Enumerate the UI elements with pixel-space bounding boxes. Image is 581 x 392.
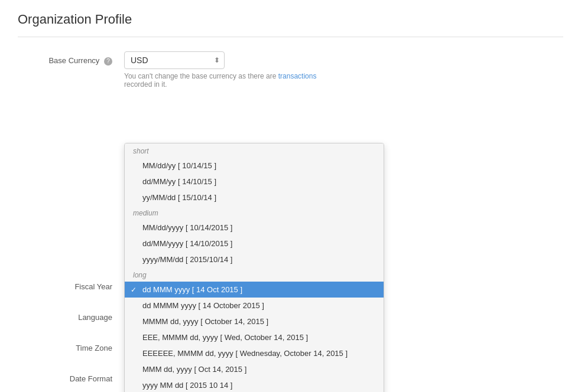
dropdown-item-mmddyyyy[interactable]: MM/dd/yyyy [ 10/14/2015 ]	[125, 220, 384, 236]
base-currency-help-text: You can't change the base currency as th…	[124, 72, 563, 89]
checkmark-icon: ✓	[131, 286, 137, 294]
transactions-link[interactable]: transactions	[278, 72, 317, 80]
group-label-short: short	[125, 143, 384, 158]
page-container: Organization Profile Base Currency ? USD…	[0, 0, 581, 392]
dropdown-item-yyyymmdd2[interactable]: yyyy MM dd [ 2015 10 14 ]	[125, 377, 384, 392]
base-currency-label: Base Currency ?	[18, 51, 124, 66]
date-format-label: Date Format	[18, 370, 124, 383]
fiscal-year-label: Fiscal Year	[18, 277, 124, 291]
date-format-dropdown: short MM/dd/yy [ 10/14/15 ] dd/MM/yy [ 1…	[124, 143, 384, 392]
page-title: Organization Profile	[18, 12, 563, 37]
base-currency-row: Base Currency ? USD ⬍ You can't change t…	[18, 51, 563, 89]
base-currency-select[interactable]: USD	[124, 51, 225, 69]
dropdown-item-yymmdd[interactable]: yy/MM/dd [ 15/10/14 ]	[125, 190, 384, 205]
dropdown-item-mmmmddyyyy[interactable]: MMMM dd, yyyy [ October 14, 2015 ]	[125, 313, 384, 329]
base-currency-select-wrapper: USD ⬍	[124, 51, 225, 69]
group-label-long: long	[125, 267, 384, 282]
dropdown-item-eeeeee-mmmmddyyyy[interactable]: EEEEEE, MMMM dd, yyyy [ Wednesday, Octob…	[125, 345, 384, 361]
language-label: Language	[18, 308, 124, 322]
dropdown-item-ddmmyyyy[interactable]: dd/MM/yyyy [ 14/10/2015 ]	[125, 236, 384, 251]
dropdown-item-ddmmyy[interactable]: dd/MM/yy [ 14/10/15 ]	[125, 174, 384, 190]
dropdown-item-mmmddyyyy[interactable]: MMM dd, yyyy [ Oct 14, 2015 ]	[125, 361, 384, 377]
base-currency-control: USD ⬍ You can't change the base currency…	[124, 51, 563, 89]
dropdown-item-ddmmmyyyy[interactable]: ✓ dd MMM yyyy [ 14 Oct 2015 ]	[125, 282, 384, 298]
group-label-medium: medium	[125, 205, 384, 220]
timezone-label: Time Zone	[18, 339, 124, 352]
dropdown-item-eee-mmmmddyyyy[interactable]: EEE, MMMM dd, yyyy [ Wed, October 14, 20…	[125, 329, 384, 345]
form-section: Base Currency ? USD ⬍ You can't change t…	[18, 51, 563, 392]
dropdown-item-ddmmmmyyyy[interactable]: dd MMMM yyyy [ 14 October 2015 ]	[125, 298, 384, 313]
dropdown-item-yyyymmdd[interactable]: yyyy/MM/dd [ 2015/10/14 ]	[125, 251, 384, 267]
dropdown-item-mmddyy[interactable]: MM/dd/yy [ 10/14/15 ]	[125, 158, 384, 174]
base-currency-help-icon[interactable]: ?	[104, 57, 112, 66]
